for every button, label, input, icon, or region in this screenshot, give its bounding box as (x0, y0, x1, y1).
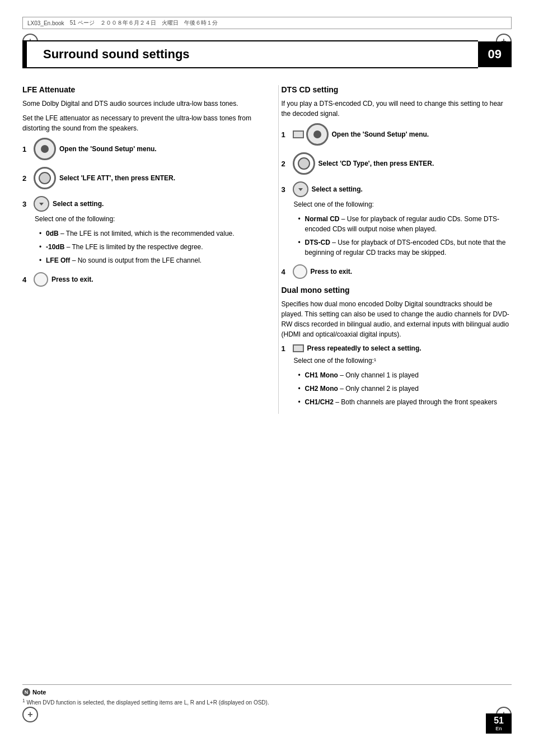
lfe-select-label: Select one of the following: (35, 214, 253, 224)
chapter-header: Surround sound settings 09 (22, 40, 512, 68)
lfe-section-title: LFE Attenuate (22, 85, 253, 94)
tiny-rect-dual (293, 344, 304, 352)
nav-icon-2 (34, 167, 56, 189)
arrow-icon-dts (293, 181, 308, 197)
dual-step-1-text: Press repeatedly to select a setting. (307, 344, 421, 353)
dual-mono-section: Dual mono setting Specifies how dual mon… (282, 286, 512, 407)
square-icon-dts (293, 130, 304, 138)
dual-step-1: 1 Press repeatedly to select a setting. … (282, 344, 512, 407)
dts-step1-icons (293, 123, 329, 146)
dts-step-4: 4 Press to exit. (282, 264, 512, 279)
dts-section-title: DTS CD setting (282, 85, 512, 94)
page-ref: 51 ページ (70, 19, 95, 27)
lfe-bullet-10db: -10dB – The LFE is limited by the respec… (39, 242, 253, 252)
step-3-text: Select a setting. (53, 199, 104, 209)
dts-step-num-1: 1 (282, 130, 289, 139)
dual-mono-title: Dual mono setting (282, 286, 512, 295)
lfe-bullet-off: LFE Off – No sound is output from the LF… (39, 255, 253, 265)
dts-section: DTS CD setting If you play a DTS-encoded… (282, 85, 512, 279)
step-number-1: 1 (22, 145, 30, 153)
chapter-number-box: 09 (478, 41, 512, 67)
page: LX03_En.book 51 ページ ２００８年６月２４日 火曜日 午後６時１… (0, 0, 534, 756)
page-lang: En (495, 726, 502, 731)
right-column: DTS CD setting If you play a DTS-encoded… (278, 85, 512, 414)
day: 火曜日 (162, 19, 179, 27)
dts-bullet-dtscd: DTS-CD – Use for playback of DTS-encoded… (298, 237, 512, 258)
note-section: N Note 1 When DVD function is selected, … (22, 684, 512, 711)
footnote-num: 1 (22, 698, 25, 703)
dts-step-1: 1 Open the 'Sound Setup' menu. (282, 123, 512, 146)
note-title-row: N Note (22, 688, 512, 696)
dts-step-2-text: Select 'CD Type', then press ENTER. (318, 159, 434, 169)
lfe-bullet-0db: 0dB – The LFE is not limited, which is t… (39, 228, 253, 239)
chapter-title-box: Surround sound settings (22, 40, 478, 68)
lfe-step-1: 1 Open the 'Sound Setup' menu. (22, 138, 253, 160)
step-number-3: 3 (22, 200, 30, 208)
nav-icon-3 (34, 196, 49, 212)
file-info-bar: LX03_En.book 51 ページ ２００８年６月２４日 火曜日 午後６時１… (22, 17, 512, 29)
nav-big-dts (306, 123, 329, 146)
dual-select-label: Select one of the following:¹ (294, 356, 512, 366)
date: ２００８年６月２４日 (100, 19, 156, 27)
note-icon: N (22, 688, 30, 696)
dts-step-num-3: 3 (282, 185, 289, 194)
dts-step-3-text: Select a setting. (312, 185, 363, 194)
page-number-box: 51 En (486, 713, 512, 734)
svg-marker-0 (39, 203, 44, 206)
dual-mono-intro: Specifies how dual mono encoded Dolby Di… (282, 299, 512, 339)
dts-step-num-2: 2 (282, 160, 289, 168)
dts-select-label: Select one of the following: (294, 199, 512, 209)
step-number-2: 2 (22, 174, 30, 183)
note-text: 1 When DVD function is selected, the dis… (22, 698, 512, 707)
dts-intro: If you play a DTS-encoded CD, you will n… (282, 99, 512, 119)
dual-bullet-ch1ch2: CH1/CH2 – Both channels are played throu… (298, 397, 512, 407)
lfe-bullet-list: 0dB – The LFE is not limited, which is t… (35, 228, 253, 265)
step-1-text: Open the 'Sound Setup' menu. (59, 144, 157, 154)
exit-icon-dts (293, 264, 307, 279)
dts-bullet-list: Normal CD – Use for playback of regular … (294, 214, 512, 258)
svg-marker-1 (298, 188, 303, 191)
dts-step-2: 2 Select 'CD Type', then press ENTER. (282, 152, 512, 175)
dts-step-num-4: 4 (282, 268, 289, 276)
lfe-step-2: 2 Select 'LFE ATT', then press ENTER. (22, 167, 253, 189)
dual-bullet-ch1mono: CH1 Mono – Only channel 1 is played (298, 370, 512, 380)
dual-step-num-1: 1 (282, 344, 289, 353)
lfe-step-3: 3 Select a setting. Select one of the fo… (22, 196, 253, 265)
time: 午後６時１分 (184, 19, 218, 27)
step-4-text: Press to exit. (51, 275, 93, 284)
content-area: LFE Attenuate Some Dolby Digital and DTS… (22, 85, 512, 414)
filename: LX03_En.book (27, 20, 64, 26)
step-number-4: 4 (22, 276, 30, 284)
lfe-intro-2: Set the LFE attenuator as necessary to p… (22, 113, 253, 133)
lfe-step-4: 4 Press to exit. (22, 272, 253, 287)
note-label: Note (32, 689, 46, 696)
dts-bullet-normalcd: Normal CD – Use for playback of regular … (298, 214, 512, 234)
left-column: LFE Attenuate Some Dolby Digital and DTS… (22, 85, 261, 414)
note-content: When DVD function is selected, the displ… (26, 699, 269, 706)
chapter-title: Surround sound settings (38, 47, 190, 61)
dts-step-4-text: Press to exit. (311, 267, 353, 277)
dts-step-1-text: Open the 'Sound Setup' menu. (332, 130, 429, 139)
dual-bullet-ch2mono: CH2 Mono – Only channel 2 is played (298, 384, 512, 394)
nav-icon-1 (34, 138, 56, 160)
dts-step-3: 3 Select a setting. Select one of the fo… (282, 181, 512, 258)
dual-bullet-list: CH1 Mono – Only channel 1 is played CH2 … (294, 370, 512, 407)
nav-ring-dts (293, 152, 315, 175)
page-number: 51 (494, 716, 504, 726)
step-2-text: Select 'LFE ATT', then press ENTER. (59, 174, 175, 183)
chapter-number: 09 (488, 47, 502, 62)
exit-icon-lfe (34, 272, 48, 287)
lfe-intro-1: Some Dolby Digital and DTS audio sources… (22, 99, 253, 109)
